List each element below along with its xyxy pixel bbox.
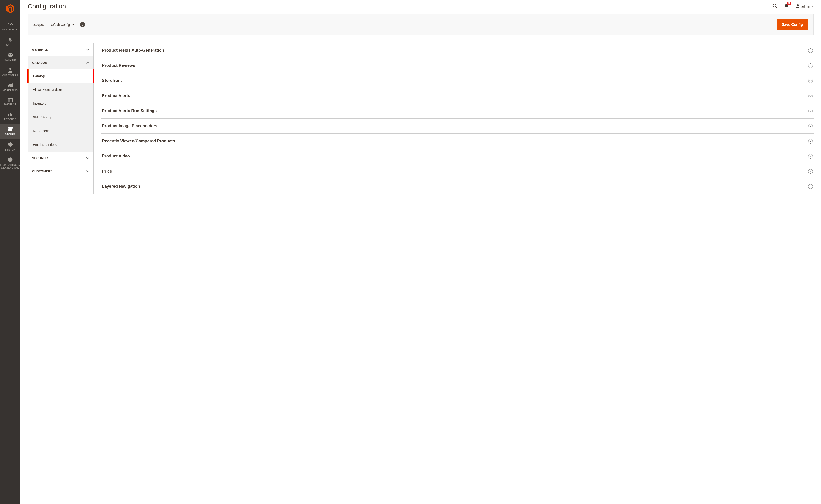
panel-title: Storefront — [102, 78, 122, 83]
svg-line-9 — [776, 7, 777, 8]
expand-circle-icon — [808, 79, 813, 83]
notification-count: 37 — [787, 2, 791, 5]
nav-label: CUSTOMERS — [0, 74, 20, 77]
page-title: Configuration — [28, 3, 66, 10]
save-config-button[interactable]: Save Config — [777, 19, 808, 30]
config-subnav-catalog: Catalog Visual Merchandiser Inventory XM… — [28, 69, 93, 152]
expand-circle-icon — [808, 169, 813, 174]
expand-circle-icon — [808, 154, 813, 159]
svg-point-10 — [797, 4, 799, 6]
config-sub-rss-feeds[interactable]: RSS Feeds — [28, 124, 93, 138]
bars-icon — [0, 111, 20, 117]
chevron-up-icon — [86, 62, 89, 64]
search-icon[interactable] — [772, 3, 778, 9]
nav-dashboard[interactable]: DASHBOARD — [0, 19, 20, 34]
nav-customers[interactable]: CUSTOMERS — [0, 65, 20, 80]
person-icon — [0, 67, 20, 73]
config-sub-visual-merchandiser[interactable]: Visual Merchandiser — [28, 83, 93, 97]
admin-sidebar: DASHBOARD $ SALES CATALOG CUSTOMERS MARK… — [0, 0, 20, 504]
panel-product-image-placeholders[interactable]: Product Image Placeholders — [101, 119, 814, 134]
svg-rect-5 — [8, 114, 9, 116]
svg-rect-4 — [8, 99, 10, 102]
config-section-header-customers[interactable]: CUSTOMERS — [28, 165, 93, 178]
puzzle-icon — [0, 157, 20, 163]
sub-item-label: Email to a Friend — [33, 143, 57, 146]
config-nav: GENERAL CATALOG Catalog Visual Merchandi… — [28, 43, 94, 194]
panel-title: Product Image Placeholders — [102, 124, 157, 128]
config-columns: GENERAL CATALOG Catalog Visual Merchandi… — [28, 43, 814, 194]
panel-product-fields-auto-generation[interactable]: Product Fields Auto-Generation — [101, 43, 814, 58]
svg-rect-3 — [8, 98, 13, 99]
user-menu[interactable]: admin — [796, 4, 814, 9]
nav-label: CATALOG — [0, 59, 20, 62]
nav-marketing[interactable]: MARKETING — [0, 80, 20, 95]
nav-label: STORES — [0, 133, 20, 136]
sub-item-label: Inventory — [33, 102, 46, 105]
panel-product-alerts-run-settings[interactable]: Product Alerts Run Settings — [101, 103, 814, 119]
config-section-header-catalog[interactable]: CATALOG — [28, 56, 93, 69]
nav-label: MARKETING — [0, 89, 20, 92]
config-section-customers: CUSTOMERS — [28, 165, 93, 178]
config-sub-inventory[interactable]: Inventory — [28, 97, 93, 110]
expand-circle-icon — [808, 63, 813, 68]
nav-reports[interactable]: REPORTS — [0, 109, 20, 124]
nav-partners[interactable]: FIND PARTNERS & EXTENSIONS — [0, 154, 20, 172]
expand-circle-icon — [808, 124, 813, 128]
cube-icon — [0, 52, 20, 58]
sub-item-label: XML Sitemap — [33, 115, 52, 119]
svg-rect-7 — [11, 114, 12, 116]
scope-label: Scope: — [33, 23, 44, 27]
page-header: Configuration 37 admin — [28, 0, 814, 14]
panel-title: Product Video — [102, 154, 130, 159]
panel-product-reviews[interactable]: Product Reviews — [101, 58, 814, 73]
nav-system[interactable]: SYSTEM — [0, 139, 20, 154]
svg-text:$: $ — [9, 37, 12, 43]
scope-left: Scope: Default Config ? — [33, 22, 85, 27]
svg-point-8 — [773, 4, 776, 7]
panel-storefront[interactable]: Storefront — [101, 73, 814, 88]
expand-circle-icon — [808, 48, 813, 53]
panel-recently-viewed-compared[interactable]: Recently Viewed/Compared Products — [101, 134, 814, 149]
panel-title: Product Fields Auto-Generation — [102, 48, 164, 53]
section-label: CATALOG — [32, 61, 47, 65]
header-actions: 37 admin — [772, 3, 814, 9]
scope-bar: Scope: Default Config ? Save Config — [28, 14, 814, 35]
gear-icon — [0, 141, 20, 148]
panel-product-alerts[interactable]: Product Alerts — [101, 88, 814, 103]
nav-stores[interactable]: STORES — [0, 124, 20, 139]
storefront-icon — [0, 126, 20, 133]
panel-title: Product Alerts — [102, 93, 130, 98]
nav-sales[interactable]: $ SALES — [0, 34, 20, 50]
svg-rect-6 — [10, 113, 11, 116]
notifications-button[interactable]: 37 — [784, 3, 789, 9]
panel-price[interactable]: Price — [101, 164, 814, 179]
config-section-catalog: CATALOG Catalog Visual Merchandiser Inve… — [28, 56, 93, 152]
nav-label: REPORTS — [0, 118, 20, 121]
chevron-down-icon — [811, 6, 814, 7]
dollar-icon: $ — [0, 37, 20, 43]
sub-item-label: Visual Merchandiser — [33, 88, 62, 92]
nav-label: CONTENT — [0, 103, 20, 106]
nav-label: FIND PARTNERS & EXTENSIONS — [0, 163, 20, 169]
panel-layered-navigation[interactable]: Layered Navigation — [101, 179, 814, 194]
layout-icon — [8, 100, 13, 103]
section-label: GENERAL — [32, 48, 48, 51]
gauge-icon — [0, 21, 20, 28]
scope-select[interactable]: Default Config — [50, 23, 75, 27]
config-sub-email-friend[interactable]: Email to a Friend — [28, 138, 93, 152]
help-icon[interactable]: ? — [80, 22, 85, 27]
config-sub-xml-sitemap[interactable]: XML Sitemap — [28, 110, 93, 124]
nav-label: SALES — [0, 43, 20, 46]
config-section-header-general[interactable]: GENERAL — [28, 43, 93, 56]
nav-catalog[interactable]: CATALOG — [0, 49, 20, 65]
magento-logo[interactable] — [6, 0, 14, 15]
expand-circle-icon — [808, 139, 813, 144]
megaphone-icon — [0, 82, 20, 89]
username: admin — [801, 5, 810, 8]
config-section-header-security[interactable]: SECURITY — [28, 152, 93, 165]
panel-product-video[interactable]: Product Video — [101, 149, 814, 164]
nav-content[interactable]: CONTENT — [0, 95, 20, 109]
config-sub-catalog[interactable]: Catalog — [28, 69, 93, 83]
config-panels: Product Fields Auto-Generation Product R… — [101, 43, 814, 194]
panel-title: Layered Navigation — [102, 184, 140, 189]
